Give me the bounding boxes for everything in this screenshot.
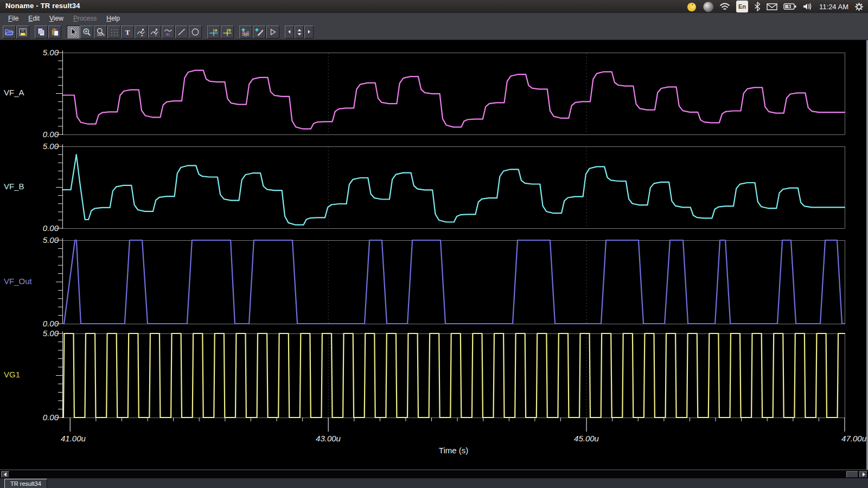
tab-tr-result34[interactable]: TR result34	[4, 479, 47, 488]
scroll-right-button[interactable]	[304, 25, 314, 38]
trace-vf_b	[62, 155, 845, 225]
scroll-left-icon	[287, 29, 292, 35]
curve-query-icon: ?	[150, 28, 159, 36]
pick-color-icon	[255, 28, 264, 36]
curve-formula-button[interactable]: =:	[162, 25, 175, 38]
trace-label-vg1: VG1	[4, 370, 58, 379]
title-bar: Noname - TR result34 En 11:24 AM	[0, 0, 868, 13]
y-tick-label: 5.00	[15, 235, 59, 245]
open-button[interactable]	[3, 25, 16, 38]
trace-vf_out	[62, 240, 845, 324]
scroll-spin-icon	[296, 27, 303, 37]
toolbar-group	[239, 25, 280, 38]
x-tick-label: 43.00u	[304, 434, 353, 443]
keyboard-layout-indicator[interactable]: En	[736, 1, 748, 12]
toolbar-group: ab	[207, 25, 234, 38]
wifi-icon[interactable]	[719, 1, 730, 12]
trace-label-vfa: VF_A	[4, 88, 58, 97]
paste-icon	[50, 28, 59, 36]
draw-ellipse-button[interactable]	[189, 25, 202, 38]
grid-button[interactable]	[107, 25, 120, 38]
x-tick-label: 45.00u	[562, 434, 611, 443]
cursor-a-button[interactable]: a	[207, 25, 220, 38]
scroll-right-icon	[307, 29, 312, 35]
curve-query-button[interactable]: ?	[148, 25, 161, 38]
waveform-plot-area[interactable]: VF_A VF_B VF_Out VG1 5.00 0.00 5.00 0.00…	[0, 40, 868, 470]
y-tick-label: 0.00	[15, 223, 59, 233]
svg-text:T: T	[125, 28, 130, 36]
toolbar-group	[35, 25, 62, 38]
cursor-b-icon: b	[223, 28, 232, 36]
play-button[interactable]	[266, 25, 279, 38]
window-title: Noname - TR result34	[5, 2, 80, 10]
clock-indicator[interactable]: 11:24 AM	[819, 1, 848, 12]
zoom-out-button[interactable]: 100%	[94, 25, 107, 38]
svg-text:b: b	[228, 28, 231, 33]
menu-bar: FileEditViewProcessHelp	[0, 13, 868, 24]
copy-icon	[37, 28, 46, 36]
bluetooth-icon[interactable]	[754, 1, 761, 12]
add-curves-button[interactable]	[239, 25, 252, 38]
zoom-in-button[interactable]	[80, 25, 93, 38]
trace-label-vfout: VF_Out	[4, 277, 58, 286]
waveform-canvas[interactable]	[0, 40, 868, 470]
text-button[interactable]: T	[121, 25, 134, 38]
menu-edit[interactable]: Edit	[23, 14, 44, 23]
scrollbar-thumb[interactable]	[846, 471, 858, 478]
svg-text:a: a	[215, 28, 218, 33]
mail-icon[interactable]	[767, 1, 777, 12]
menu-view[interactable]: View	[44, 14, 68, 23]
svg-text:?: ?	[155, 33, 157, 36]
zoom-out-icon: 100%	[96, 28, 105, 36]
svg-text:=:: =:	[166, 32, 170, 36]
cursor-a-icon: a	[209, 28, 218, 36]
toolbar-group	[3, 25, 30, 38]
svg-text:a: a	[141, 33, 143, 36]
scroll-left-button[interactable]	[285, 25, 294, 38]
curve-annotate-button[interactable]: a	[135, 25, 148, 38]
grid-icon	[110, 28, 118, 36]
session-gear-icon[interactable]	[854, 1, 864, 12]
application-window: Noname - TR result34 En 11:24 AM	[0, 0, 868, 488]
y-tick-label: 5.00	[15, 48, 59, 57]
result-tab-bar: TR result34	[0, 478, 868, 488]
scroll-spin-button[interactable]	[295, 25, 304, 38]
app-duck-icon[interactable]	[687, 1, 697, 12]
y-tick-label: 0.00	[15, 413, 59, 422]
x-tick-label: 47.00u	[818, 434, 866, 443]
y-tick-label: 5.00	[15, 329, 59, 338]
open-icon	[4, 28, 14, 36]
toolbar-group	[285, 25, 314, 38]
trace-label-vfb: VF_B	[4, 182, 58, 191]
battery-icon[interactable]	[783, 1, 796, 12]
scrollbar-left-button[interactable]	[1, 471, 9, 478]
draw-line-button[interactable]	[175, 25, 188, 38]
y-tick-label: 0.00	[15, 130, 59, 139]
toolbar: 100%Ta?=:ab	[0, 24, 868, 40]
paste-button[interactable]	[48, 25, 61, 38]
horizontal-scrollbar[interactable]	[0, 470, 868, 478]
cursor-b-button[interactable]: b	[221, 25, 234, 38]
trace-vg1	[62, 333, 845, 418]
y-tick-label: 0.00	[15, 319, 59, 328]
save-button[interactable]	[16, 25, 29, 38]
select-cursor-icon	[69, 28, 78, 36]
add-curves-icon	[241, 28, 250, 36]
scrollbar-right-button[interactable]	[859, 471, 867, 478]
trace-vf_a	[62, 70, 845, 129]
volume-icon[interactable]	[802, 1, 813, 12]
curve-annotate-icon: a	[137, 28, 145, 36]
menu-help[interactable]: Help	[101, 14, 125, 23]
x-tick-label: 41.00u	[61, 434, 104, 443]
pick-color-button[interactable]	[253, 25, 266, 38]
text-icon: T	[123, 28, 132, 36]
sphere-icon[interactable]	[703, 1, 713, 12]
curve-formula-icon: =:	[164, 28, 173, 36]
y-tick-label: 5.00	[15, 142, 59, 151]
toolbar-group: 100%Ta?=:	[67, 25, 202, 38]
select-cursor-button[interactable]	[67, 25, 80, 38]
copy-button[interactable]	[35, 25, 48, 38]
menu-file[interactable]: File	[3, 14, 23, 23]
system-tray: En 11:24 AM	[687, 0, 864, 13]
menu-process[interactable]: Process	[68, 14, 101, 23]
